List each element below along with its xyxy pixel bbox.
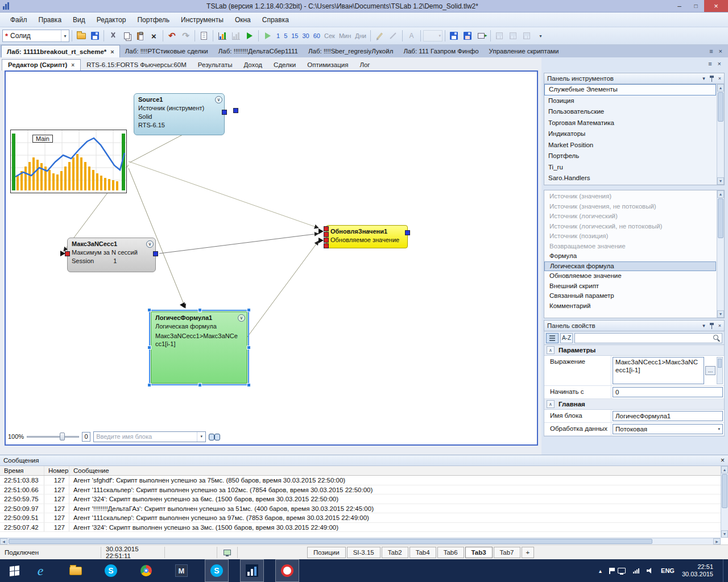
taskbar-ie[interactable]: e (28, 559, 52, 582)
resize-handle[interactable] (147, 383, 151, 387)
column-message[interactable]: Сообщение (69, 466, 721, 475)
category-portfolio[interactable]: Портфель (544, 151, 716, 162)
category-saro-handlers[interactable]: Saro.Handlers (544, 173, 716, 184)
chart-pane-thumbnail[interactable]: Main (10, 130, 127, 193)
grid-layout3-button[interactable] (520, 30, 533, 43)
status-tab-positions[interactable]: Позиции (307, 547, 346, 558)
taskbar-skype[interactable]: S (99, 559, 123, 582)
messages-hscrollbar[interactable]: ◀ ▶ (0, 538, 721, 544)
grid-layout2-button[interactable] (507, 30, 520, 43)
delete-button[interactable]: × (147, 30, 160, 43)
property-search-input[interactable] (575, 334, 713, 342)
scroll-down-icon[interactable]: ▼ (717, 177, 724, 185)
category-scrollbar[interactable]: ▲ ▼ (717, 84, 724, 185)
input-port[interactable] (324, 232, 329, 237)
tool-linked-parameter[interactable]: Связанный параметр (544, 291, 716, 301)
open-button[interactable] (75, 30, 88, 43)
tool-item-scrollbar[interactable]: ▲ ▼ (717, 190, 724, 318)
run-script-button[interactable] (243, 30, 256, 43)
tool-logic-formula[interactable]: Логическая формула (544, 261, 716, 272)
property-search[interactable] (574, 333, 722, 343)
collapse-section-icon[interactable]: ∧ (547, 346, 555, 354)
paste-button[interactable] (134, 30, 147, 43)
menu-help[interactable]: Справка (257, 14, 295, 26)
zoom-slider[interactable] (27, 432, 79, 441)
action-center-flag-icon[interactable] (609, 568, 610, 574)
close-button[interactable]: × (704, 0, 728, 12)
input-port[interactable] (324, 226, 329, 231)
timeframe-60-button[interactable]: 60 (312, 31, 322, 40)
redo-button[interactable]: ↷ (179, 30, 192, 43)
resize-handle[interactable] (147, 346, 151, 350)
taskbar-explorer[interactable] (64, 559, 88, 582)
add-tab-button[interactable]: + (522, 547, 535, 558)
collapse-section-icon[interactable]: ∧ (547, 400, 555, 408)
tab-log[interactable]: Лог (354, 60, 375, 70)
message-row[interactable]: 22:51:00.66 127 Агент '111скальпер': Скр… (0, 485, 721, 495)
timeframe-30-button[interactable]: 30 (301, 31, 311, 40)
close-icon[interactable]: × (110, 48, 114, 55)
line-tool-button[interactable] (387, 30, 400, 43)
taskbar-chrome[interactable] (134, 559, 158, 582)
minimize-button[interactable]: – (671, 0, 688, 12)
script-canvas[interactable]: Main Source1 ∨ Источник (инструмент) Sol… (5, 70, 538, 446)
status-tab-tab6[interactable]: Tab6 (437, 547, 464, 558)
tool-comment[interactable]: Комментарий (544, 301, 716, 311)
find-block-icon[interactable] (209, 433, 220, 440)
pin-icon[interactable] (709, 323, 714, 329)
chevron-down-icon[interactable]: ▾ (61, 30, 69, 41)
scrollbar-thumb[interactable] (722, 474, 727, 508)
menu-portfolio[interactable]: Портфель (131, 14, 175, 26)
lab-tab-rts-tick[interactable]: Лаб: !!!!РТСтиковые сделки (120, 45, 213, 57)
tray-expand-icon[interactable]: ▴ (599, 568, 602, 574)
signal-icon[interactable] (633, 568, 639, 573)
zoom-slider-track[interactable] (27, 436, 79, 438)
close-icon[interactable]: × (718, 60, 721, 67)
copy-button[interactable] (120, 30, 133, 43)
block-search-input[interactable] (94, 433, 197, 441)
column-number[interactable]: Номер (44, 466, 69, 475)
taskbar-skype-running[interactable]: S (205, 559, 229, 582)
start-value[interactable]: 0 (613, 387, 723, 397)
script-properties-button[interactable] (197, 30, 210, 43)
node-logic-formula[interactable]: ЛогичесФормула1 ∨ Логическая формула Мак… (151, 311, 247, 384)
close-icon[interactable]: × (721, 456, 725, 464)
close-icon[interactable]: × (718, 323, 721, 329)
unit-sec-button[interactable]: Сек (322, 31, 337, 40)
scroll-up-icon[interactable]: ▲ (717, 84, 724, 92)
node-logic-formula-selection[interactable]: ЛогичесФормула1 ∨ Логическая формула Мак… (149, 310, 249, 385)
lab-tab-delta-sber[interactable]: Лаб: !!!!!!!!ДельтаСбер1111 (213, 45, 303, 57)
grid-layout-button[interactable] (493, 30, 506, 43)
zoom-slider-thumb[interactable] (60, 433, 65, 440)
resize-handle[interactable] (247, 383, 251, 387)
category-position[interactable]: Позиция (544, 95, 716, 107)
show-desktop-button[interactable] (723, 559, 727, 582)
close-icon[interactable]: × (719, 48, 722, 55)
recalc-chart-disabled-button[interactable] (229, 30, 242, 43)
scroll-right-icon[interactable]: ▶ (713, 538, 721, 544)
maximize-button[interactable]: □ (688, 0, 704, 12)
expression-more-button[interactable]: ... (705, 366, 715, 375)
tab-trades[interactable]: Сделки (268, 60, 301, 70)
status-tab-tab4[interactable]: Tab4 (410, 547, 436, 558)
menu-view[interactable]: Вид (67, 14, 91, 26)
save-as-button[interactable] (461, 30, 474, 43)
node-max-session[interactable]: МаксЗаNСесс1 ∨ Максимум за N сессий Sess… (67, 238, 156, 272)
taskbar-tslab[interactable] (240, 559, 264, 582)
tab-optimization[interactable]: Оптимизация (301, 60, 354, 70)
resize-handle[interactable] (147, 308, 151, 312)
chevron-down-icon[interactable]: ▾ (702, 76, 705, 81)
block-search-combo[interactable]: ▾ (93, 431, 206, 442)
section-parameters[interactable]: ∧ Параметры (544, 345, 724, 356)
node-source1[interactable]: Source1 ∨ Источник (инструмент) Solid RT… (134, 93, 225, 135)
processing-select[interactable]: Потоковая ▾ (613, 424, 723, 434)
run-agent-button[interactable] (261, 30, 274, 43)
export-button[interactable] (475, 30, 488, 43)
menu-windows[interactable]: Окна (229, 14, 257, 26)
chevron-down-icon[interactable]: ▾ (702, 323, 705, 329)
scroll-left-icon[interactable]: ◀ (0, 538, 7, 544)
tab-results[interactable]: Результаты (192, 60, 238, 70)
clock[interactable]: 22:51 30.03.2015 (682, 563, 713, 578)
tab-script-editor[interactable]: Редактор (Скрипт) × (2, 59, 81, 70)
close-icon[interactable]: × (71, 62, 75, 68)
